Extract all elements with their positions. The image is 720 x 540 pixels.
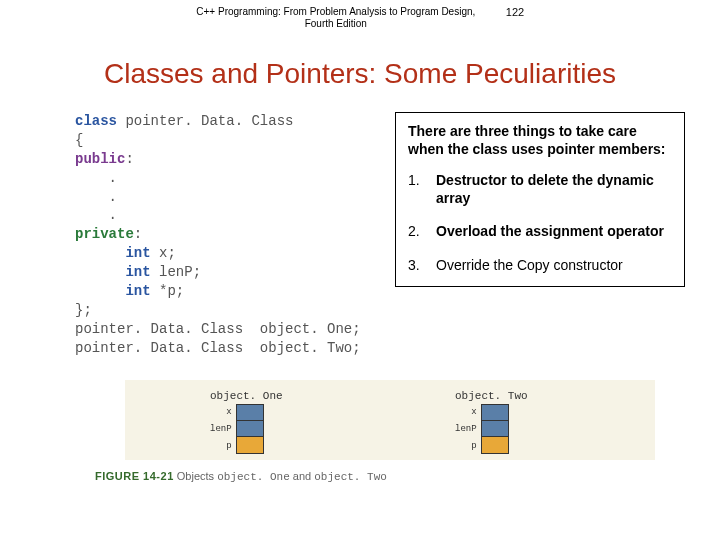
- callout-num-1: 1.: [408, 172, 430, 207]
- field-boxes: [481, 404, 509, 454]
- figure-label: FIGURE 14-21: [95, 470, 174, 482]
- code-dot: .: [75, 189, 117, 205]
- decl-p: *p;: [151, 283, 185, 299]
- callout-list: 1. Destructor to delete the dynamic arra…: [408, 172, 672, 274]
- inst2-name: object. Two;: [243, 340, 361, 356]
- callout-intro: There are three things to take care when…: [408, 123, 672, 158]
- keyword-public: public: [75, 151, 125, 167]
- callout-item-2: Overload the assignment operator: [436, 223, 672, 241]
- callout-num-2: 2.: [408, 223, 430, 241]
- field-name-x: x: [210, 404, 232, 421]
- field-name-p: p: [455, 438, 477, 455]
- slide-header: C++ Programming: From Problem Analysis t…: [0, 6, 720, 30]
- field-name-lenp: lenP: [455, 421, 477, 438]
- header-page-number: 122: [506, 6, 524, 18]
- colon: :: [134, 226, 142, 242]
- class-name: pointer. Data. Class: [117, 113, 293, 129]
- decl-lenp: lenP;: [151, 264, 201, 280]
- colon: :: [125, 151, 133, 167]
- field-names: x lenP p: [455, 404, 477, 455]
- code-dot: .: [75, 207, 117, 223]
- field-name-p: p: [210, 438, 232, 455]
- decl-x: x;: [151, 245, 176, 261]
- brace-open: {: [75, 132, 83, 148]
- field-name-x: x: [455, 404, 477, 421]
- cell-lenp: [237, 421, 263, 437]
- cell-x: [237, 405, 263, 421]
- field-names: x lenP p: [210, 404, 232, 455]
- callout-num-3: 3.: [408, 257, 430, 275]
- field-boxes: [236, 404, 264, 454]
- cell-x: [482, 405, 508, 421]
- callout-item-1: Destructor to delete the dynamic array: [436, 172, 672, 207]
- object-diagram: object. One x lenP p object. Two x: [125, 380, 655, 460]
- slide: C++ Programming: From Problem Analysis t…: [0, 0, 720, 540]
- cell-p: [482, 437, 508, 453]
- object-one-block: object. One x lenP p: [210, 390, 283, 455]
- keyword-class: class: [75, 113, 117, 129]
- object-two-label: object. Two: [455, 390, 528, 402]
- inst1-type: pointer. Data. Class: [75, 321, 243, 337]
- code-dot: .: [75, 170, 117, 186]
- cell-lenp: [482, 421, 508, 437]
- keyword-private: private: [75, 226, 134, 242]
- header-book-title: C++ Programming: From Problem Analysis t…: [196, 6, 476, 30]
- code-block: class pointer. Data. Class { public: . .…: [75, 112, 375, 358]
- callout-box: There are three things to take care when…: [395, 112, 685, 287]
- fields-wrap: x lenP p: [210, 404, 283, 455]
- keyword-int: int: [125, 245, 150, 261]
- figure-obj2: object. Two: [314, 471, 387, 483]
- callout-item-3: Override the Copy constructor: [436, 257, 672, 275]
- keyword-int: int: [125, 283, 150, 299]
- inst1-name: object. One;: [243, 321, 361, 337]
- fields-wrap: x lenP p: [455, 404, 528, 455]
- object-two-block: object. Two x lenP p: [455, 390, 528, 455]
- field-name-lenp: lenP: [210, 421, 232, 438]
- figure-obj1: object. One: [217, 471, 290, 483]
- object-one-label: object. One: [210, 390, 283, 402]
- slide-title: Classes and Pointers: Some Peculiarities: [0, 58, 720, 90]
- figure-and: and: [290, 470, 314, 482]
- inst2-type: pointer. Data. Class: [75, 340, 243, 356]
- cell-p: [237, 437, 263, 453]
- keyword-int: int: [125, 264, 150, 280]
- figure-text-a: Objects: [174, 470, 217, 482]
- figure-caption: FIGURE 14-21 Objects object. One and obj…: [95, 470, 387, 483]
- brace-close: };: [75, 302, 92, 318]
